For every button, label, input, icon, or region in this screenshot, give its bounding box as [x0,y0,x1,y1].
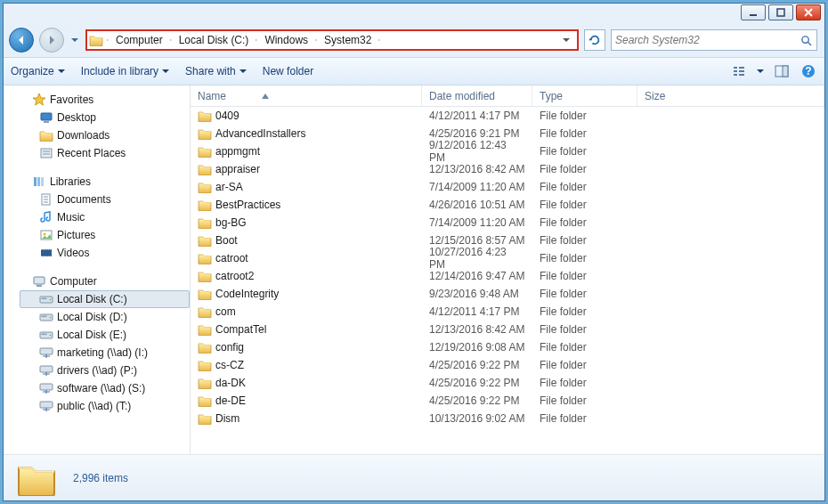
recent-icon [39,146,53,160]
view-options-button[interactable] [730,62,748,80]
breadcrumb[interactable]: Local Disk (C:) [175,31,262,49]
minimize-button[interactable] [741,4,766,20]
include-library-menu[interactable]: Include in library [81,65,169,77]
navigation-row: Computer Local Disk (C:) Windows System3… [4,23,824,57]
table-row[interactable]: config12/19/2016 9:08 AMFile folder [191,338,824,356]
tree-computer-header[interactable]: Computer [4,272,190,290]
folder-icon [198,252,212,264]
address-history-dropdown[interactable] [559,37,573,44]
navigation-pane[interactable]: Favorites Desktop Downloads Recent Place… [4,85,191,454]
refresh-button[interactable] [584,29,605,51]
folder-icon [198,270,212,282]
breadcrumb[interactable]: System32 [321,31,384,49]
table-row[interactable]: catroot10/27/2016 4:23 PMFile folder [191,249,824,267]
preview-pane-button[interactable] [773,62,791,80]
folder-icon [198,181,212,193]
folder-icon [198,216,212,229]
view-dropdown-icon[interactable] [757,68,764,75]
share-with-menu[interactable]: Share with [185,65,247,77]
file-type: File folder [532,127,637,140]
organize-menu[interactable]: Organize [11,65,65,77]
file-name: CodeIntegrity [215,288,279,300]
svg-rect-11 [739,70,744,72]
recent-history-dropdown[interactable] [69,37,80,44]
table-row[interactable]: catroot212/14/2016 9:47 AMFile folder [191,267,824,285]
file-name: da-DK [215,377,246,389]
documents-icon [39,192,53,207]
tree-item-documents[interactable]: Documents [4,191,190,208]
file-date: 4/12/2011 4:17 PM [422,305,532,318]
tree-item-music[interactable]: Music [4,208,190,226]
table-row[interactable]: cs-CZ4/25/2016 9:22 PMFile folder [191,356,824,374]
folder-icon [198,394,212,407]
file-type: File folder [532,199,637,211]
tree-item-desktop[interactable]: Desktop [4,109,190,126]
folder-icon [198,305,212,318]
search-input[interactable] [615,34,799,46]
tree-item-net-drivers[interactable]: drivers (\\ad) (P:) [4,362,190,379]
tree-item-net-public[interactable]: public (\\ad) (T:) [4,397,190,415]
tree-favorites-header[interactable]: Favorites [4,91,190,109]
new-folder-button[interactable]: New folder [263,65,313,77]
svg-rect-22 [41,177,44,186]
folder-icon [198,110,212,122]
file-date: 4/25/2016 9:22 PM [422,359,532,371]
file-type: File folder [532,412,637,425]
explorer-window: Computer Local Disk (C:) Windows System3… [3,3,825,501]
search-box[interactable] [611,29,817,51]
file-date: 4/26/2016 10:51 AM [422,199,532,211]
column-size[interactable]: Size [637,85,824,106]
file-type: File folder [532,163,637,175]
table-row[interactable]: 04094/12/2011 4:17 PMFile folder [191,107,824,125]
forward-button[interactable] [39,28,64,53]
table-row[interactable]: bg-BG7/14/2009 11:20 AMFile folder [191,214,824,232]
breadcrumb[interactable]: Windows [261,31,321,49]
tree-item-pictures[interactable]: Pictures [4,226,190,244]
tree-item-recent-places[interactable]: Recent Places [4,144,190,162]
command-toolbar: Organize Include in library Share with N… [4,57,824,85]
file-type: File folder [532,252,637,264]
svg-rect-20 [34,177,37,186]
file-date: 12/14/2016 9:47 AM [422,270,532,282]
close-button[interactable] [796,4,821,20]
svg-rect-21 [37,177,40,186]
table-row[interactable]: ar-SA7/14/2009 11:20 AMFile folder [191,178,824,196]
table-row[interactable]: Dism10/13/2016 9:02 AMFile folder [191,410,824,427]
table-row[interactable]: com4/12/2011 4:17 PMFile folder [191,303,824,321]
table-row[interactable]: da-DK4/25/2016 9:22 PMFile folder [191,374,824,392]
tree-item-net-marketing[interactable]: marketing (\\ad) (I:) [4,344,190,362]
table-row[interactable]: BestPractices4/26/2016 10:51 AMFile fold… [191,196,824,214]
table-row[interactable]: de-DE4/25/2016 9:22 PMFile folder [191,392,824,410]
file-name: de-DE [215,394,246,407]
address-bar[interactable]: Computer Local Disk (C:) Windows System3… [85,29,579,51]
maximize-button[interactable] [768,4,793,20]
column-type[interactable]: Type [532,85,637,106]
network-drive-icon [39,399,53,413]
column-date[interactable]: Date modified [422,85,532,106]
file-type: File folder [532,305,637,318]
tree-libraries-header[interactable]: Libraries [4,173,190,191]
tree-item-downloads[interactable]: Downloads [4,126,190,144]
file-type: File folder [532,377,637,389]
table-row[interactable]: CompatTel12/13/2016 8:42 AMFile folder [191,321,824,338]
file-date: 9/12/2016 12:43 PM [422,139,532,164]
back-button[interactable] [9,28,34,53]
tree-item-net-software[interactable]: software (\\ad) (S:) [4,379,190,397]
libraries-icon [32,175,46,189]
tree-item-videos[interactable]: Videos [4,244,190,262]
location-folder-icon [89,34,103,46]
svg-rect-9 [734,74,737,76]
table-row[interactable]: CodeIntegrity9/23/2016 9:48 AMFile folde… [191,285,824,303]
table-row[interactable]: appmgmt9/12/2016 12:43 PMFile folder [191,142,824,160]
table-row[interactable]: appraiser12/13/2016 8:42 AMFile folder [191,160,824,178]
file-date: 4/25/2016 9:22 PM [422,394,532,407]
file-type: File folder [532,110,637,122]
file-list: Name Date modified Type Size 04094/12/20… [191,85,824,454]
file-rows[interactable]: 04094/12/2011 4:17 PMFile folderAdvanced… [191,107,824,454]
file-type: File folder [532,359,637,371]
tree-item-local-disk-d[interactable]: Local Disk (D:) [4,308,190,326]
column-name[interactable]: Name [191,85,422,106]
help-button[interactable]: ? [800,62,817,80]
tree-item-local-disk-e[interactable]: Local Disk (E:) [4,326,190,344]
breadcrumb[interactable]: Computer [112,31,175,49]
